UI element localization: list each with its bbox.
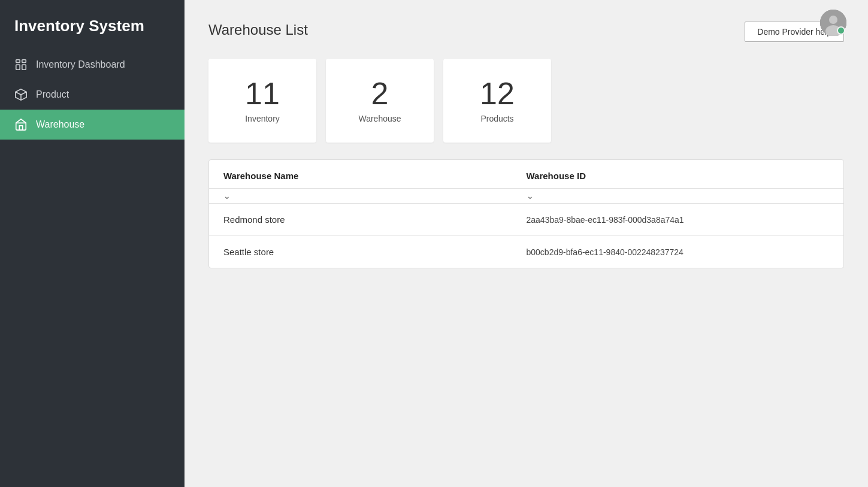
stat-card-inventory: 11 Inventory	[208, 59, 316, 143]
sidebar-item-label: Warehouse	[36, 119, 84, 130]
main-content: Warehouse List Demo Provider help 11 Inv…	[185, 0, 868, 487]
warehouse-id-cell: 2aa43ba9-8bae-ec11-983f-000d3a8a74a1	[527, 215, 830, 225]
column-header-warehouse-name: Warehouse Name	[223, 171, 527, 181]
warehouse-name-cell: Redmond store	[223, 214, 527, 225]
sidebar-item-inventory-dashboard[interactable]: Inventory Dashboard	[0, 50, 185, 80]
sidebar-item-warehouse[interactable]: Warehouse	[0, 110, 185, 140]
sidebar-item-label: Product	[36, 89, 69, 100]
table-row[interactable]: Redmond store 2aa43ba9-8bae-ec11-983f-00…	[209, 204, 843, 236]
main-header: Warehouse List Demo Provider help	[208, 22, 844, 42]
sidebar-nav: Inventory Dashboard Product	[0, 50, 185, 140]
svg-point-7	[829, 16, 837, 24]
column-header-warehouse-id: Warehouse ID	[527, 171, 830, 181]
sidebar-item-product[interactable]: Product	[0, 80, 185, 110]
stat-card-products: 12 Products	[443, 59, 551, 143]
sort-col-name: ⌄	[223, 191, 527, 201]
warehouse-icon	[14, 118, 28, 131]
chevron-down-icon-name[interactable]: ⌄	[223, 191, 231, 201]
stat-number-inventory: 11	[245, 78, 280, 109]
warehouse-id-cell: b00cb2d9-bfa6-ec11-9840-002248237724	[527, 247, 830, 257]
dashboard-icon	[14, 58, 28, 71]
sidebar-item-label: Inventory Dashboard	[36, 59, 125, 70]
product-icon	[14, 88, 28, 101]
svg-rect-2	[16, 65, 20, 69]
stat-label-warehouse: Warehouse	[358, 114, 401, 123]
svg-point-10	[840, 29, 844, 34]
stats-row: 11 Inventory 2 Warehouse 12 Products	[208, 59, 844, 143]
warehouse-table: Warehouse Name Warehouse ID ⌄ ⌄ Redmond …	[208, 159, 844, 268]
svg-point-9	[839, 28, 845, 34]
svg-rect-3	[22, 65, 26, 69]
svg-rect-4	[19, 126, 23, 130]
warehouse-name-cell: Seattle store	[223, 247, 527, 257]
chevron-down-icon-id[interactable]: ⌄	[527, 191, 534, 201]
sidebar: Inventory System Inventory Dashboard	[0, 0, 185, 487]
page-title: Warehouse List	[208, 22, 308, 38]
svg-rect-1	[22, 60, 26, 63]
svg-rect-0	[16, 60, 20, 63]
avatar-circle	[820, 10, 846, 36]
table-sort-row: ⌄ ⌄	[209, 189, 843, 204]
stat-number-products: 12	[480, 78, 515, 109]
table-row[interactable]: Seattle store b00cb2d9-bfa6-ec11-9840-00…	[209, 236, 843, 268]
stat-label-inventory: Inventory	[245, 114, 280, 123]
user-avatar[interactable]	[820, 10, 846, 36]
table-header-row: Warehouse Name Warehouse ID	[209, 160, 843, 189]
sort-col-id: ⌄	[527, 191, 830, 201]
stat-label-products: Products	[480, 114, 513, 123]
stat-number-warehouse: 2	[371, 78, 389, 109]
app-title: Inventory System	[0, 0, 185, 50]
stat-card-warehouse: 2 Warehouse	[326, 59, 434, 143]
